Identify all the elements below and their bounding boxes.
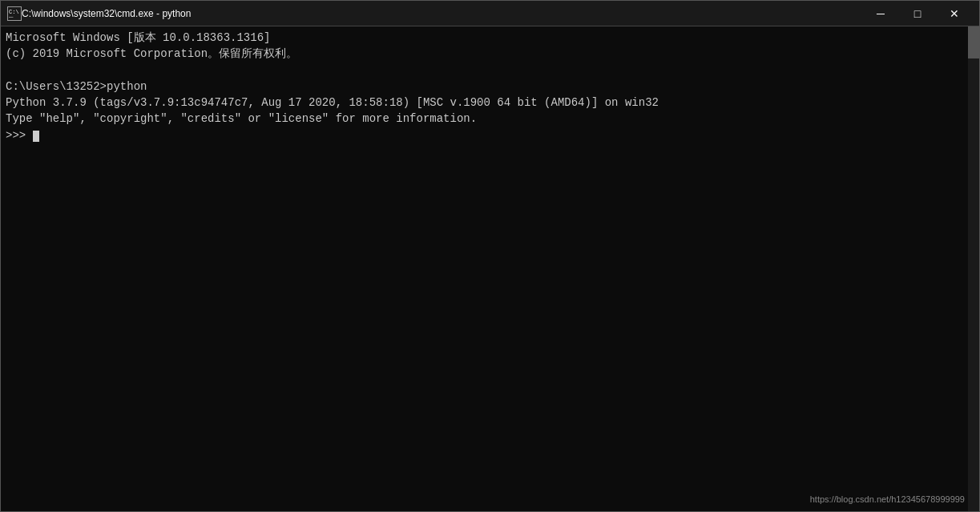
scrollbar[interactable] <box>968 26 979 511</box>
window-title: C:\windows\system32\cmd.exe - python <box>22 8 862 19</box>
watermark: https://blog.csdn.net/h12345678999999 <box>810 494 965 506</box>
console-line-3 <box>6 62 974 79</box>
maximize-button[interactable]: □ <box>899 1 936 26</box>
scrollbar-thumb[interactable] <box>968 26 979 58</box>
title-bar: C:\windows\system32\cmd.exe - python ─ □… <box>1 1 979 26</box>
console-prompt-line: >>> <box>6 127 974 143</box>
console-area[interactable]: Microsoft Windows [版本 10.0.18363.1316] (… <box>1 26 979 511</box>
console-line-6: Type "help", "copyright", "credits" or "… <box>6 111 974 127</box>
console-line-5: Python 3.7.9 (tags/v3.7.9:13c94747c7, Au… <box>6 95 974 111</box>
console-line-4: C:\Users\13252>python <box>6 79 974 95</box>
window-controls: ─ □ ✕ <box>862 1 973 26</box>
window-icon <box>7 6 22 21</box>
close-button[interactable]: ✕ <box>936 1 973 26</box>
cmd-window: C:\windows\system32\cmd.exe - python ─ □… <box>0 0 980 512</box>
minimize-button[interactable]: ─ <box>862 1 899 26</box>
cursor <box>33 131 39 142</box>
console-line-2: (c) 2019 Microsoft Corporation。保留所有权利。 <box>6 46 974 62</box>
console-line-1: Microsoft Windows [版本 10.0.18363.1316] <box>6 30 974 46</box>
